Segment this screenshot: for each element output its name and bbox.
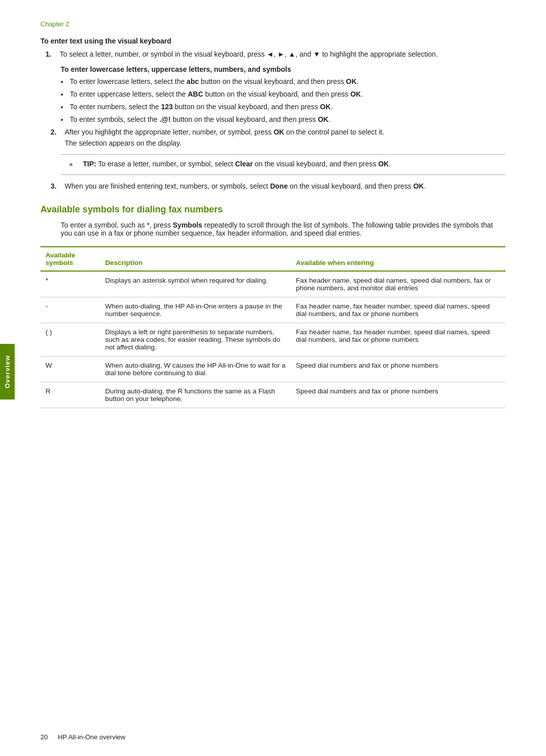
bullet-1: • To enter lowercase letters, select the… bbox=[61, 77, 506, 86]
table-row: W When auto-dialing, W causes the HP All… bbox=[40, 357, 506, 382]
cell-symbol: R bbox=[40, 382, 100, 408]
bullet-1-text: To enter lowercase letters, select the a… bbox=[70, 77, 506, 85]
symbols-table: Available symbols Description Available … bbox=[40, 246, 506, 408]
tip-icon: ✦ bbox=[68, 160, 79, 169]
cell-available: Fax header name, fax header number, spee… bbox=[291, 323, 506, 357]
bullet-list: • To enter lowercase letters, select the… bbox=[61, 77, 506, 124]
step-1-num: 1. bbox=[46, 50, 60, 58]
table-header-row: Available symbols Description Available … bbox=[40, 247, 506, 271]
cell-available: Fax header name, speed dial names, speed… bbox=[291, 271, 506, 297]
step-1-content: To select a letter, number, or symbol in… bbox=[60, 50, 506, 58]
table-body: * Displays an asterisk symbol when requi… bbox=[40, 271, 506, 408]
step-3-content: When you are finished entering text, num… bbox=[65, 182, 506, 190]
step-2-sub: The selection appears on the display. bbox=[65, 139, 506, 147]
step-3: 3. When you are finished entering text, … bbox=[46, 182, 506, 190]
bullet-icon-2: • bbox=[61, 91, 70, 99]
footer-page-number: 20 bbox=[40, 733, 48, 741]
cell-symbol: - bbox=[40, 297, 100, 323]
cell-available: Speed dial numbers and fax or phone numb… bbox=[291, 382, 506, 408]
cell-description: Displays an asterisk symbol when require… bbox=[100, 271, 291, 297]
chapter-label: Chapter 2 bbox=[40, 20, 506, 28]
step-1: 1. To select a letter, number, or symbol… bbox=[40, 50, 506, 58]
page-footer: 20 HP All-in-One overview bbox=[40, 733, 506, 741]
bullet-2-text: To enter uppercase letters, select the A… bbox=[70, 90, 506, 98]
step-2: 2. After you highlight the appropriate l… bbox=[46, 128, 506, 147]
col-header-description: Description bbox=[100, 247, 291, 271]
table-row: R During auto-dialing, the R functions t… bbox=[40, 382, 506, 408]
cell-symbol: * bbox=[40, 271, 100, 297]
step-3-num: 3. bbox=[51, 182, 65, 190]
numbered-list: 1. To select a letter, number, or symbol… bbox=[40, 50, 506, 58]
tip-box: ✦ TIP: To erase a letter, number, or sym… bbox=[61, 154, 506, 175]
section2-heading: Available symbols for dialing fax number… bbox=[40, 204, 506, 215]
cell-description: When auto-dialing, W causes the HP All-i… bbox=[100, 357, 291, 382]
bullet-4: • To enter symbols, select the .@! butto… bbox=[61, 115, 506, 124]
step-2-num: 2. bbox=[51, 128, 65, 147]
bullet-3-text: To enter numbers, select the 123 button … bbox=[70, 103, 506, 111]
cell-symbol: ( ) bbox=[40, 323, 100, 357]
cell-description: When auto-dialing, the HP All-in-One ent… bbox=[100, 297, 291, 323]
table-row: * Displays an asterisk symbol when requi… bbox=[40, 271, 506, 297]
side-tab: Overview bbox=[0, 344, 15, 399]
bullet-icon-1: • bbox=[61, 78, 70, 86]
table-row: - When auto-dialing, the HP All-in-One e… bbox=[40, 297, 506, 323]
bullet-4-text: To enter symbols, select the .@! button … bbox=[70, 115, 506, 123]
table-row: ( ) Displays a left or right parenthesis… bbox=[40, 323, 506, 357]
bullet-3: • To enter numbers, select the 123 butto… bbox=[61, 103, 506, 111]
cell-symbol: W bbox=[40, 357, 100, 382]
section1-heading: To enter text using the visual keyboard bbox=[40, 37, 506, 45]
sub-heading: To enter lowercase letters, uppercase le… bbox=[61, 65, 506, 73]
numbered-list-step2: 2. After you highlight the appropriate l… bbox=[40, 128, 506, 147]
step-2-content: After you highlight the appropriate lett… bbox=[65, 128, 506, 147]
bullet-icon-4: • bbox=[61, 116, 70, 124]
numbered-list-step3: 3. When you are finished entering text, … bbox=[40, 182, 506, 190]
cell-description: During auto-dialing, the R functions the… bbox=[100, 382, 291, 408]
col-header-symbol: Available symbols bbox=[40, 247, 100, 271]
tip-text: TIP: To erase a letter, number, or symbo… bbox=[83, 160, 391, 168]
intro-text: To enter a symbol, such as *, press Symb… bbox=[40, 221, 506, 237]
col-header-available: Available when entering bbox=[291, 247, 506, 271]
bullet-2: • To enter uppercase letters, select the… bbox=[61, 90, 506, 99]
bullet-icon-3: • bbox=[61, 103, 70, 111]
cell-description: Displays a left or right parenthesis to … bbox=[100, 323, 291, 357]
cell-available: Speed dial numbers and fax or phone numb… bbox=[291, 357, 506, 382]
footer-text: HP All-in-One overview bbox=[58, 733, 125, 741]
cell-available: Fax header name, fax header number, spee… bbox=[291, 297, 506, 323]
